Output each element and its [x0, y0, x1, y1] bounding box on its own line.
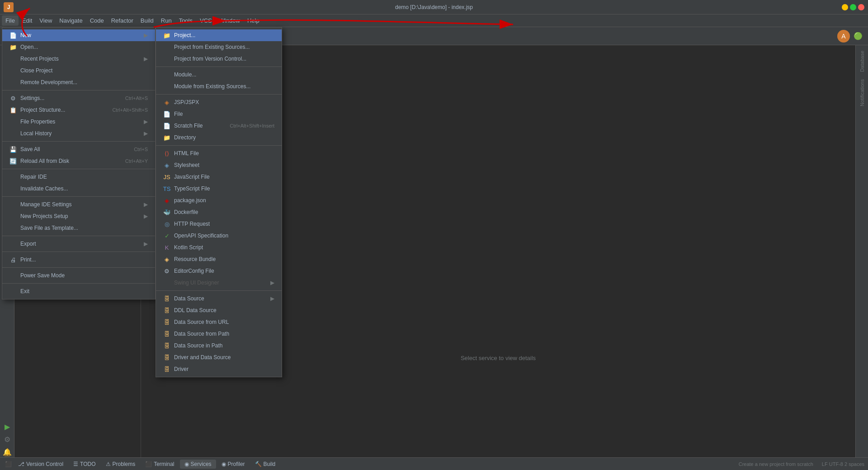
submenu-file[interactable]: 📄 File — [156, 108, 282, 120]
submenu-html[interactable]: ⟨⟩ HTML File — [156, 147, 282, 159]
notifications-left-icon[interactable]: 🔔 — [2, 446, 13, 457]
docker-file-label: Dockerfile — [174, 209, 274, 215]
ds-label: Data Source — [174, 295, 267, 302]
submenu-version-control[interactable]: Project from Version Control... — [156, 53, 282, 65]
menu-edit[interactable]: Edit — [19, 15, 36, 26]
menu-file[interactable]: File — [2, 15, 19, 26]
menu-exit[interactable]: Exit — [2, 285, 155, 297]
database-tab[interactable]: Database — [858, 47, 867, 76]
submenu-typescript[interactable]: TS TypeScript File — [156, 183, 282, 195]
problems-icon: ⚠ — [106, 461, 111, 467]
menu-code[interactable]: Code — [86, 15, 108, 26]
menu-build[interactable]: Build — [137, 15, 157, 26]
menu-power-save[interactable]: Power Save Mode — [2, 270, 155, 281]
menu-run[interactable]: Run — [157, 15, 175, 26]
submenu-stylesheet[interactable]: ◈ Stylesheet — [156, 159, 282, 171]
submenu-openapi[interactable]: ✓ OpenAPI Specification — [156, 230, 282, 242]
submenu-jsp[interactable]: ◈ JSP/JSPX — [156, 96, 282, 108]
editorconfig-label: EditorConfig File — [174, 268, 274, 274]
submenu-ddl-ds[interactable]: 🗄 DDL Data Source — [156, 304, 282, 316]
menu-help[interactable]: Help — [244, 15, 263, 26]
tab-terminal[interactable]: ⬛ Terminal — [141, 460, 179, 469]
submenu-project[interactable]: 📁 Project... — [156, 29, 282, 41]
menu-manage-ide[interactable]: Manage IDE Settings ▶ — [2, 199, 155, 210]
menu-close-project[interactable]: Close Project — [2, 65, 155, 76]
submenu-javascript[interactable]: JS JavaScript File — [156, 171, 282, 183]
submenu-dockerfile[interactable]: 🐳 Dockerfile — [156, 206, 282, 218]
menu-new[interactable]: 📄 New ▶ — [2, 29, 155, 41]
local-history-arrow: ▶ — [144, 130, 148, 137]
menu-tools[interactable]: Tools — [175, 15, 196, 26]
new-sep-2 — [156, 94, 282, 95]
menu-save-template[interactable]: Save File as Template... — [2, 222, 155, 234]
submenu-directory[interactable]: 📁 Directory — [156, 132, 282, 143]
submenu-data-source[interactable]: 🗄 Data Source ▶ — [156, 293, 282, 304]
avatar-status[interactable]: 🟢 — [852, 30, 864, 43]
openapi-label: OpenAPI Specification — [174, 233, 274, 239]
js-label: JavaScript File — [174, 174, 274, 180]
submenu-scratch[interactable]: 📄 Scratch File Ctrl+Alt+Shift+Insert — [156, 120, 282, 132]
menu-export[interactable]: Export ▶ — [2, 238, 155, 250]
menu-print[interactable]: 🖨 Print... — [2, 254, 155, 266]
project-submenu-icon: 📁 — [163, 32, 170, 39]
exit-label: Exit — [20, 288, 148, 294]
menu-navigate[interactable]: Navigate — [56, 15, 86, 26]
submenu-driver[interactable]: 🗄 Driver — [156, 363, 282, 375]
menu-file-properties[interactable]: File Properties ▶ — [2, 116, 155, 128]
tab-profiler[interactable]: ◉ Profiler — [217, 460, 250, 469]
tab-problems[interactable]: ⚠ Problems — [101, 460, 140, 469]
menu-recent-projects[interactable]: Recent Projects ▶ — [2, 53, 155, 65]
submenu-ds-path[interactable]: 🗄 Data Source from Path — [156, 328, 282, 340]
menu-save-all[interactable]: 💾 Save All Ctrl+S — [2, 143, 155, 155]
tab-version-control[interactable]: ⎇ Version Control — [14, 460, 68, 469]
submenu-ds-url[interactable]: 🗄 Data Source from URL — [156, 316, 282, 328]
menu-refactor[interactable]: Refactor — [108, 15, 137, 26]
submenu-module-existing[interactable]: Module from Existing Sources... — [156, 81, 282, 92]
notifications-tab[interactable]: Notifications — [858, 76, 867, 110]
run-services-icon[interactable]: ▶ — [2, 421, 13, 432]
maximize-button[interactable] — [850, 4, 856, 10]
local-history-label: Local History — [20, 130, 140, 137]
new-arrow: ▶ — [144, 32, 148, 38]
new-sep-3 — [156, 145, 282, 146]
menu-vcs[interactable]: VCS — [196, 15, 216, 26]
menu-view[interactable]: View — [36, 15, 56, 26]
menu-remote-dev[interactable]: Remote Development... — [2, 76, 155, 88]
terminal-label: Terminal — [154, 461, 174, 467]
minimize-button[interactable] — [842, 4, 848, 10]
menu-project-structure[interactable]: 📋 Project Structure... Ctrl+Alt+Shift+S — [2, 104, 155, 116]
submenu-existing-sources[interactable]: Project from Existing Sources... — [156, 41, 282, 53]
proj-struct-shortcut: Ctrl+Alt+Shift+S — [112, 107, 148, 113]
submenu-editorconfig[interactable]: ⚙ EditorConfig File — [156, 265, 282, 277]
menu-repair-ide[interactable]: Repair IDE — [2, 171, 155, 183]
todo-icon: ☰ — [73, 461, 78, 467]
menu-open[interactable]: 📁 Open... — [2, 41, 155, 53]
menu-settings[interactable]: ⚙ Settings... Ctrl+Alt+S — [2, 92, 155, 104]
submenu-resource-bundle[interactable]: ◈ Resource Bundle — [156, 253, 282, 265]
menu-reload[interactable]: 🔄 Reload All from Disk Ctrl+Alt+Y — [2, 155, 155, 167]
menu-new-projects-setup[interactable]: New Projects Setup ▶ — [2, 210, 155, 222]
submenu-packagejson[interactable]: ◈ package.json — [156, 195, 282, 206]
submenu-module[interactable]: Module... — [156, 69, 282, 81]
bottom-expand-btn[interactable]: ⬛ — [4, 460, 13, 469]
save-tpl-icon — [9, 224, 17, 232]
menu-window[interactable]: Window — [216, 15, 244, 26]
avatar[interactable]: A — [837, 30, 850, 43]
tab-build[interactable]: 🔨 Build — [250, 460, 280, 469]
close-button[interactable] — [858, 4, 864, 10]
submenu-kotlin-script[interactable]: K Kotlin Script — [156, 242, 282, 253]
tab-todo[interactable]: ☰ TODO — [69, 460, 100, 469]
module-icon — [163, 71, 170, 78]
submenu-driver-ds[interactable]: 🗄 Driver and Data Source — [156, 351, 282, 363]
new-proj-arrow: ▶ — [144, 213, 148, 219]
ddl-icon: 🗄 — [163, 307, 170, 314]
submenu-http-request[interactable]: ◎ HTTP Request — [156, 218, 282, 230]
problems-label: Problems — [113, 461, 136, 467]
menu-invalidate-caches[interactable]: Invalidate Caches... — [2, 183, 155, 195]
tab-services[interactable]: ◉ Services — [180, 460, 216, 469]
openapi-icon: ✓ — [163, 232, 170, 239]
submenu-ds-in-path[interactable]: 🗄 Data Source in Path — [156, 340, 282, 351]
file-props-icon — [9, 118, 17, 125]
settings-left-icon[interactable]: ⚙ — [2, 434, 13, 445]
menu-local-history[interactable]: Local History ▶ — [2, 128, 155, 139]
